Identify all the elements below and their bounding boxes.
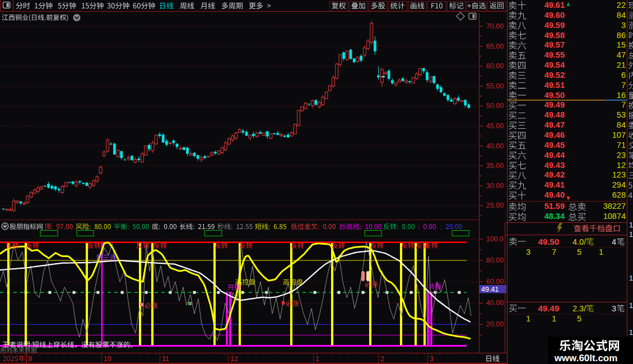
svg-text:123: 123 bbox=[612, 170, 626, 179]
svg-text:49.48: 49.48 bbox=[544, 110, 565, 119]
svg-text:628: 628 bbox=[612, 190, 626, 199]
svg-text:30.00: 30.00 bbox=[486, 182, 504, 190]
svg-text:1: 1 bbox=[629, 302, 633, 310]
svg-text:60.00: 60.00 bbox=[486, 62, 504, 70]
svg-text:7: 7 bbox=[621, 81, 626, 90]
svg-text:48.34: 48.34 bbox=[544, 212, 565, 221]
svg-text:49.50: 49.50 bbox=[544, 91, 565, 100]
svg-text:1: 1 bbox=[629, 274, 633, 282]
svg-text:5: 5 bbox=[577, 248, 581, 256]
svg-text:70.00: 70.00 bbox=[486, 22, 504, 30]
svg-text:1: 1 bbox=[599, 248, 603, 256]
svg-text:7: 7 bbox=[621, 100, 626, 109]
svg-text:49.59: 49.59 bbox=[544, 21, 565, 30]
svg-text:49.45: 49.45 bbox=[544, 141, 565, 150]
svg-text:84: 84 bbox=[617, 120, 626, 129]
svg-text:49.49: 49.49 bbox=[544, 100, 565, 109]
svg-text:71: 71 bbox=[617, 141, 626, 150]
svg-text:49.54: 49.54 bbox=[544, 60, 565, 69]
svg-text:49.42: 49.42 bbox=[544, 170, 565, 179]
svg-text:1: 1 bbox=[552, 314, 556, 323]
svg-text:49.57: 49.57 bbox=[544, 40, 565, 49]
svg-text:9: 9 bbox=[28, 355, 32, 363]
svg-text:5: 5 bbox=[577, 314, 581, 323]
svg-text:50.00: 50.00 bbox=[486, 102, 504, 110]
svg-text:49.51: 49.51 bbox=[544, 81, 565, 90]
svg-text:7: 7 bbox=[552, 248, 556, 256]
svg-text:40.00: 40.00 bbox=[486, 142, 504, 150]
svg-text:51.59: 51.59 bbox=[544, 202, 565, 211]
svg-text:49.60: 49.60 bbox=[544, 11, 565, 20]
svg-text:16: 16 bbox=[617, 91, 626, 100]
svg-text:49.49: 49.49 bbox=[538, 304, 559, 313]
svg-text:21: 21 bbox=[617, 60, 626, 69]
svg-text:2.3/: 2.3/ bbox=[573, 304, 587, 313]
svg-text:100.0: 100.0 bbox=[486, 235, 504, 243]
svg-text:49.47: 49.47 bbox=[544, 120, 565, 129]
svg-text:80.00: 80.00 bbox=[486, 256, 504, 264]
svg-text:49.41: 49.41 bbox=[481, 286, 499, 293]
svg-text:49.43: 49.43 bbox=[544, 161, 565, 170]
svg-text:49.46: 49.46 bbox=[544, 130, 565, 139]
svg-text:84: 84 bbox=[617, 11, 626, 20]
svg-text:65.00: 65.00 bbox=[486, 43, 504, 50]
svg-text:86: 86 bbox=[617, 31, 626, 40]
svg-text:10874: 10874 bbox=[603, 212, 626, 221]
svg-text:55.00: 55.00 bbox=[486, 82, 504, 90]
svg-text:20.00: 20.00 bbox=[486, 320, 504, 328]
svg-text:49.44: 49.44 bbox=[544, 151, 565, 160]
svg-text:1: 1 bbox=[315, 355, 319, 363]
svg-text:4: 4 bbox=[612, 237, 616, 246]
svg-text:60.00: 60.00 bbox=[486, 278, 504, 286]
svg-text:3: 3 bbox=[621, 21, 626, 30]
svg-text:49.40: 49.40 bbox=[544, 190, 565, 199]
svg-text:6: 6 bbox=[621, 71, 626, 80]
svg-text:15: 15 bbox=[617, 40, 626, 49]
svg-text:49.58: 49.58 bbox=[544, 31, 565, 40]
svg-text:35.00: 35.00 bbox=[486, 162, 504, 170]
svg-text:12: 12 bbox=[617, 161, 626, 170]
svg-text:40.00: 40.00 bbox=[486, 299, 504, 307]
svg-text:www.60lt.com: www.60lt.com bbox=[554, 353, 618, 363]
svg-text:38227: 38227 bbox=[603, 202, 626, 211]
svg-text:294: 294 bbox=[612, 180, 626, 189]
svg-text:4.0/: 4.0/ bbox=[573, 237, 587, 246]
svg-text:49.52: 49.52 bbox=[544, 71, 565, 80]
svg-text:53: 53 bbox=[617, 110, 626, 119]
svg-text:12: 12 bbox=[230, 355, 238, 363]
svg-text:1: 1 bbox=[629, 329, 633, 337]
svg-text:49.61: 49.61 bbox=[544, 1, 565, 10]
svg-text:23: 23 bbox=[617, 151, 626, 160]
svg-text:47: 47 bbox=[617, 50, 626, 59]
svg-text:3: 3 bbox=[612, 304, 616, 313]
svg-text:22: 22 bbox=[617, 1, 626, 10]
svg-text:49.55: 49.55 bbox=[544, 50, 565, 59]
svg-text:3: 3 bbox=[526, 248, 530, 256]
svg-text:3: 3 bbox=[430, 355, 434, 363]
svg-text:11: 11 bbox=[162, 355, 169, 363]
svg-text:25.00: 25.00 bbox=[486, 202, 504, 209]
svg-text:49.41: 49.41 bbox=[544, 180, 565, 189]
svg-text:1: 1 bbox=[629, 231, 633, 239]
svg-text:2: 2 bbox=[380, 355, 384, 363]
svg-text:1: 1 bbox=[629, 221, 633, 229]
svg-text:49.50: 49.50 bbox=[538, 237, 559, 246]
svg-text:107: 107 bbox=[612, 130, 626, 139]
svg-text:1: 1 bbox=[526, 314, 530, 323]
svg-text:45.00: 45.00 bbox=[486, 122, 504, 130]
svg-text:10: 10 bbox=[104, 355, 111, 363]
